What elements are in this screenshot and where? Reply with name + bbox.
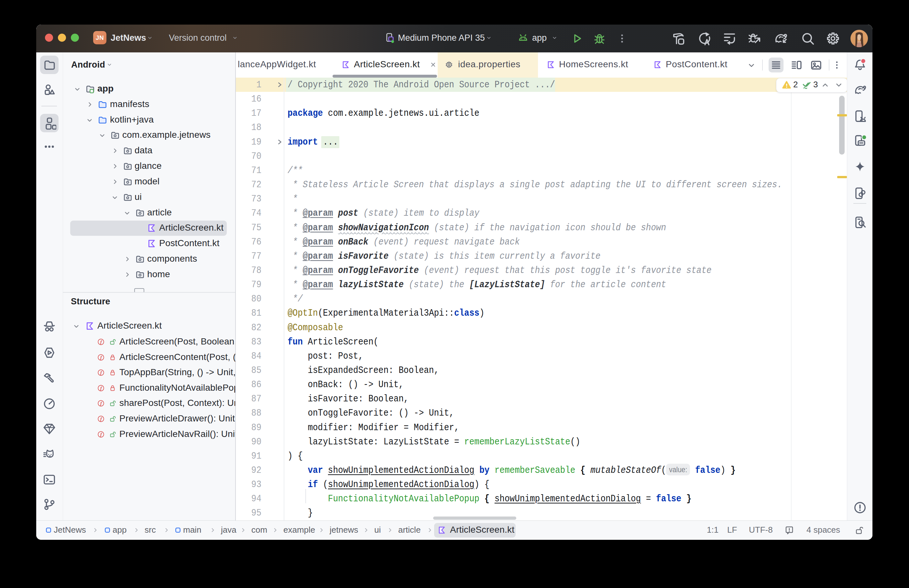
svg-text:f: f	[100, 416, 103, 422]
svg-text:f: f	[100, 370, 103, 375]
svg-text:f: f	[100, 354, 103, 360]
svg-text:f: f	[100, 339, 103, 344]
svg-text:f: f	[100, 431, 103, 437]
svg-text:f: f	[100, 385, 103, 391]
svg-text:f: f	[100, 401, 103, 406]
